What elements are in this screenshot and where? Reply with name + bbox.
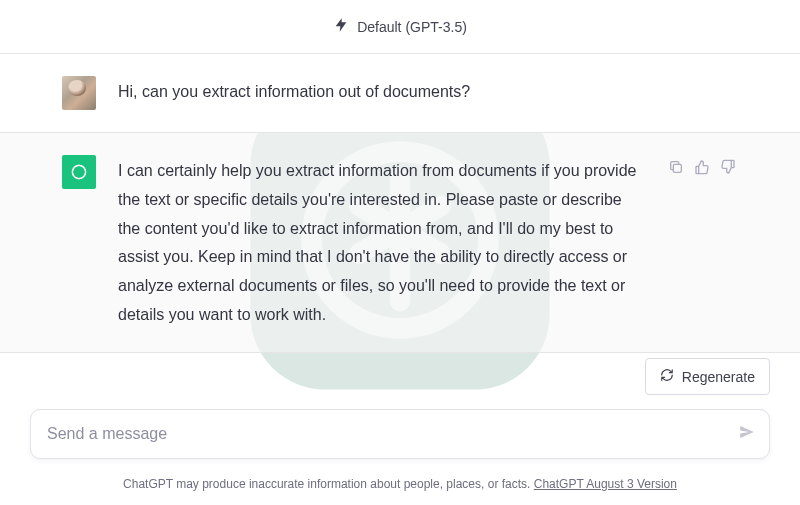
thumbs-up-icon[interactable] xyxy=(694,159,710,330)
regenerate-button[interactable]: Regenerate xyxy=(645,358,770,395)
user-avatar xyxy=(62,76,96,110)
assistant-avatar xyxy=(62,155,96,189)
assistant-message-row: I can certainly help you extract informa… xyxy=(0,133,800,353)
message-input[interactable] xyxy=(30,409,770,459)
composer xyxy=(30,409,770,459)
disclaimer-text: ChatGPT may produce inaccurate informati… xyxy=(123,477,534,491)
bolt-icon xyxy=(333,17,349,36)
refresh-icon xyxy=(660,368,674,385)
assistant-message-text: I can certainly help you extract informa… xyxy=(118,155,646,330)
message-actions xyxy=(668,155,736,330)
svg-rect-3 xyxy=(673,164,681,172)
send-icon[interactable] xyxy=(738,423,756,445)
thumbs-down-icon[interactable] xyxy=(720,159,736,330)
version-link[interactable]: ChatGPT August 3 Version xyxy=(534,477,677,491)
footer-disclaimer: ChatGPT may produce inaccurate informati… xyxy=(0,477,800,491)
user-message-text: Hi, can you extract information out of d… xyxy=(118,76,736,110)
copy-icon[interactable] xyxy=(668,159,684,330)
user-message-row: Hi, can you extract information out of d… xyxy=(0,54,800,133)
model-header: Default (GPT-3.5) xyxy=(0,0,800,54)
model-label: Default (GPT-3.5) xyxy=(357,19,467,35)
regenerate-label: Regenerate xyxy=(682,369,755,385)
